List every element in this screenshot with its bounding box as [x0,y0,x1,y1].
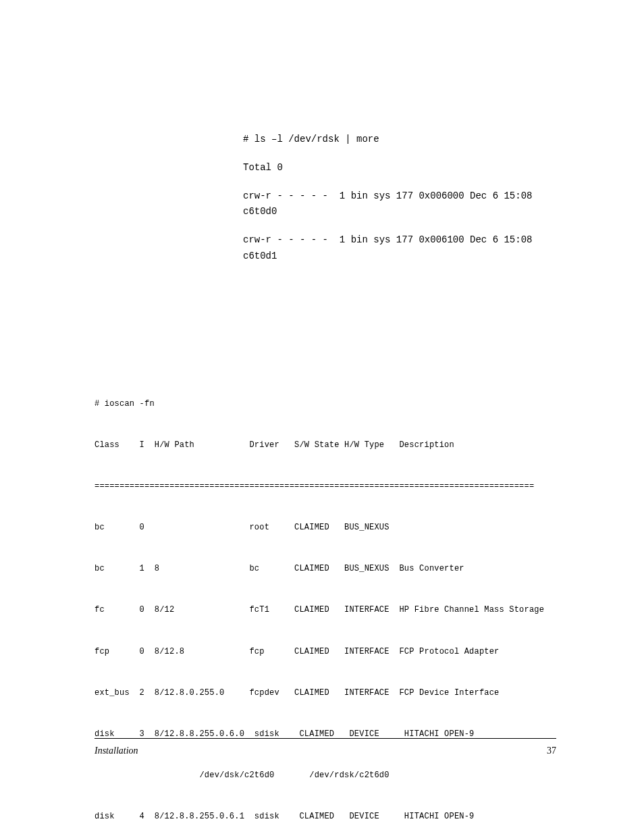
ioscan-divider: ========================================… [95,479,556,493]
ioscan-row: bc 0 root CLAIMED BUS_NEXUS [95,521,556,534]
ioscan-row: bc 1 8 bc CLAIMED BUS_NEXUS Bus Converte… [95,562,556,575]
terminal-block-1: # ls –l /dev/rdsk | more Total 0 crw-r -… [243,132,556,265]
page-content: # ls –l /dev/rdsk | more Total 0 crw-r -… [0,0,644,834]
term-line: Total 0 [243,160,556,176]
footer-title: Installation [95,746,138,756]
page-number: 37 [547,746,556,756]
blank-line [243,220,556,232]
term-line: c6t0d0 [243,204,556,220]
ioscan-command: # ioscan -fn [95,397,556,411]
page-footer: Installation 37 [95,738,556,756]
term-line: crw-r - - - - - 1 bin sys 177 0x006000 D… [243,188,556,205]
term-line: # ls –l /dev/rdsk | more [243,132,556,148]
term-line: crw-r - - - - - 1 bin sys 177 0x006100 D… [243,232,556,249]
ioscan-row: fc 0 8/12 fcT1 CLAIMED INTERFACE HP Fibr… [95,603,556,617]
blank-line [243,176,556,188]
ioscan-row: ext_bus 2 8/12.8.0.255.0 fcpdev CLAIMED … [95,686,556,700]
ioscan-row: disk 4 8/12.8.8.255.0.6.1 sdisk CLAIMED … [95,810,556,823]
ioscan-row: /dev/dsk/c2t6d0 /dev/rdsk/c2t6d0 [95,768,556,782]
blank-line [243,148,556,160]
term-line: c6t0d1 [243,249,556,265]
terminal-block-2: # ioscan -fn Class I H/W Path Driver S/W… [95,369,556,834]
ioscan-row: fcp 0 8/12.8 fcp CLAIMED INTERFACE FCP P… [95,645,556,658]
ioscan-header: Class I H/W Path Driver S/W State H/W Ty… [95,438,556,452]
